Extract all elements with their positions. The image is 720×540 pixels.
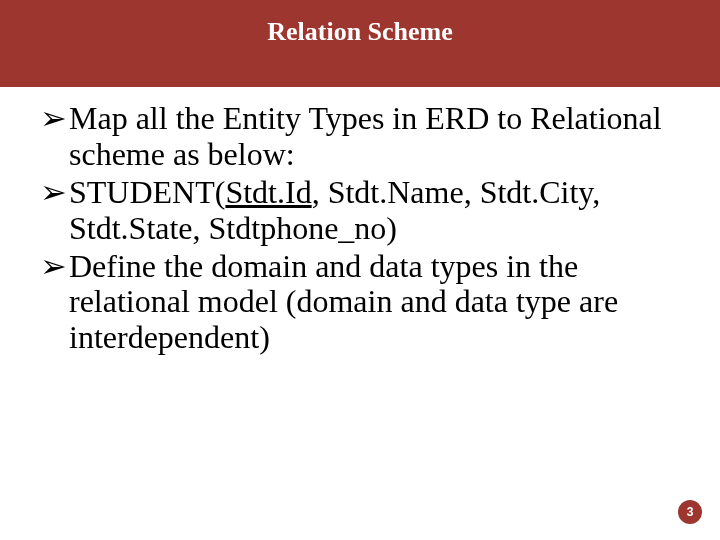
text-segment-underline: Stdt.Id: [225, 174, 311, 210]
slide: Relation Scheme ➢ Map all the Entity Typ…: [0, 0, 720, 540]
bullet-text: Define the domain and data types in the …: [69, 249, 690, 356]
page-number-badge: 3: [678, 500, 702, 524]
bullet-item: ➢ STUDENT(Stdt.Id, Stdt.Name, Stdt.City,…: [40, 175, 690, 247]
text-segment: STUDENT(: [69, 174, 225, 210]
text-segment: Map all the Entity Types in ERD to Relat…: [69, 100, 662, 172]
slide-title: Relation Scheme: [267, 17, 453, 46]
bullet-item: ➢ Define the domain and data types in th…: [40, 249, 690, 356]
bullet-item: ➢ Map all the Entity Types in ERD to Rel…: [40, 101, 690, 173]
bullet-text: Map all the Entity Types in ERD to Relat…: [69, 101, 690, 173]
text-segment: Define the domain and data types in the …: [69, 248, 618, 356]
title-bar: Relation Scheme: [0, 0, 720, 87]
bullet-marker-icon: ➢: [40, 249, 67, 285]
bullet-text: STUDENT(Stdt.Id, Stdt.Name, Stdt.City, S…: [69, 175, 690, 247]
content-area: ➢ Map all the Entity Types in ERD to Rel…: [0, 87, 720, 356]
bullet-marker-icon: ➢: [40, 101, 67, 137]
bullet-marker-icon: ➢: [40, 175, 67, 211]
page-number: 3: [687, 505, 694, 519]
